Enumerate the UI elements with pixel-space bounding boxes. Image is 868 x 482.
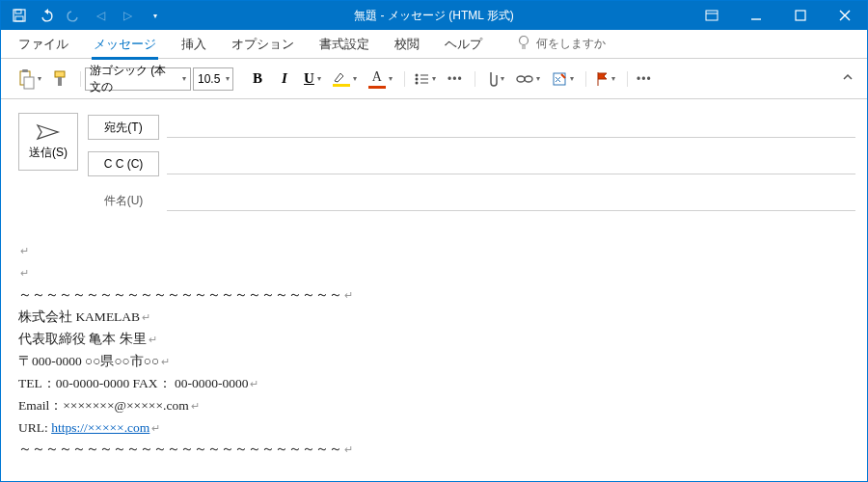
sig-email: Email：×××××××@×××××.com xyxy=(18,395,850,417)
svg-rect-16 xyxy=(58,77,62,86)
tell-me-label: 何をしますか xyxy=(536,36,606,52)
tab-message[interactable]: メッセージ xyxy=(84,32,166,57)
more-paragraph-button[interactable]: ••• xyxy=(443,66,468,93)
cc-input[interactable] xyxy=(167,153,855,174)
svg-rect-14 xyxy=(24,77,34,89)
paste-button[interactable] xyxy=(13,66,46,93)
undo-icon[interactable] xyxy=(34,3,59,28)
sig-company: 株式会社 KAMELAB xyxy=(18,307,850,329)
tell-me[interactable]: 何をしますか xyxy=(517,35,606,53)
ribbon-tabs: ファイル メッセージ 挿入 オプション 書式設定 校閲 ヘルプ 何をしますか xyxy=(1,30,867,59)
collapse-ribbon-icon[interactable] xyxy=(842,71,854,86)
svg-rect-3 xyxy=(706,11,718,20)
bold-button[interactable]: B xyxy=(245,66,270,93)
ribbon-options-icon[interactable] xyxy=(690,1,734,30)
svg-point-9 xyxy=(520,37,529,45)
highlight-button[interactable] xyxy=(328,66,362,93)
underline-button[interactable]: U xyxy=(299,66,326,93)
lightbulb-icon xyxy=(517,35,530,53)
send-label: 送信(S) xyxy=(29,145,68,161)
tab-insert[interactable]: 挿入 xyxy=(172,32,216,57)
send-icon xyxy=(37,123,60,141)
tab-help[interactable]: ヘルプ xyxy=(435,32,492,57)
next-icon[interactable]: ▷ xyxy=(115,3,140,28)
format-painter-button[interactable] xyxy=(48,66,73,93)
svg-point-19 xyxy=(415,77,418,80)
redo-icon[interactable] xyxy=(61,3,86,28)
tab-review[interactable]: 校閲 xyxy=(385,32,429,57)
quick-access-toolbar: ◁ ▷ xyxy=(1,3,167,28)
svg-point-24 xyxy=(525,76,532,82)
body-blank-2 xyxy=(18,262,850,284)
font-size-select[interactable]: 10.5 xyxy=(193,67,233,91)
send-button[interactable]: 送信(S) xyxy=(18,113,78,171)
message-body[interactable]: ～～～～～～～～～～～～～～～～～～～～～～～～ 株式会社 KAMELAB 代表… xyxy=(1,228,867,472)
sig-tel: TEL：00-0000-0000 FAX： 00-0000-0000 xyxy=(18,373,850,395)
svg-rect-1 xyxy=(15,10,21,13)
follow-up-button[interactable] xyxy=(590,66,620,93)
qat-customize-icon[interactable] xyxy=(142,3,167,28)
tab-options[interactable]: オプション xyxy=(222,32,304,57)
sig-wave-bottom: ～～～～～～～～～～～～～～～～～～～～～～～～ xyxy=(18,439,850,461)
cc-button[interactable]: C C (C) xyxy=(88,151,159,176)
signature-button[interactable] xyxy=(547,66,579,93)
tab-format[interactable]: 書式設定 xyxy=(310,32,379,57)
to-input[interactable] xyxy=(167,117,855,138)
svg-rect-6 xyxy=(796,11,805,20)
italic-button[interactable]: I xyxy=(272,66,297,93)
more-commands-button[interactable]: ••• xyxy=(632,66,657,93)
svg-point-17 xyxy=(415,73,418,76)
svg-point-21 xyxy=(415,81,418,84)
bullets-button[interactable] xyxy=(409,66,441,93)
subject-input[interactable] xyxy=(167,190,855,211)
titlebar: ◁ ▷ 無題 - メッセージ (HTML 形式) xyxy=(1,1,867,30)
maximize-button[interactable] xyxy=(778,1,823,30)
svg-rect-2 xyxy=(15,16,23,21)
save-icon[interactable] xyxy=(7,3,32,28)
ribbon: 游ゴシック (本文の 10.5 B I U A ••• ••• xyxy=(1,59,867,99)
svg-rect-15 xyxy=(55,71,65,77)
sig-url: URL: https://×××××.com xyxy=(18,417,850,440)
sig-name: 代表取締役 亀本 朱里 xyxy=(18,329,850,351)
sig-address: 〒000-0000 ○○県○○市○○ xyxy=(18,351,850,373)
prev-icon[interactable]: ◁ xyxy=(88,3,113,28)
font-name-select[interactable]: 游ゴシック (本文の xyxy=(85,67,191,91)
window-title: 無題 - メッセージ (HTML 形式) xyxy=(354,8,514,24)
sig-url-link[interactable]: https://×××××.com xyxy=(51,420,149,435)
attach-file-button[interactable] xyxy=(479,66,509,93)
subject-label: 件名(U) xyxy=(88,193,159,209)
compose-header: 送信(S) 宛先(T) C C (C) 件名(U) xyxy=(1,99,867,228)
sig-wave-top: ～～～～～～～～～～～～～～～～～～～～～～～～ xyxy=(18,284,850,307)
tab-file[interactable]: ファイル xyxy=(9,32,78,57)
svg-rect-13 xyxy=(22,69,28,72)
link-button[interactable] xyxy=(511,66,545,93)
svg-point-23 xyxy=(517,76,525,82)
to-button[interactable]: 宛先(T) xyxy=(88,115,159,140)
minimize-button[interactable] xyxy=(734,1,778,30)
font-color-button[interactable]: A xyxy=(364,66,397,93)
close-button[interactable] xyxy=(823,1,867,30)
body-blank-1 xyxy=(18,240,850,262)
